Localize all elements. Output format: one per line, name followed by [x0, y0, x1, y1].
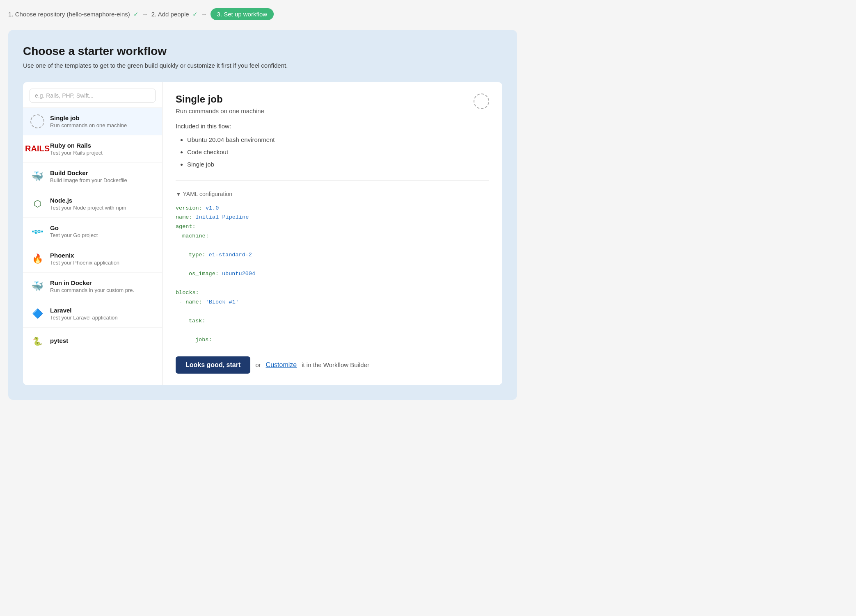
phoenix-icon: 🔥	[30, 251, 45, 267]
list-item: Code checkout	[187, 146, 489, 158]
step2-label: 2. Add people	[151, 11, 189, 18]
workflow-item-laravel[interactable]: 🔷 Laravel Test your Laravel application	[23, 300, 162, 328]
phoenix-desc: Test your Phoenix application	[50, 260, 119, 266]
workflow-item-docker[interactable]: 🐳 Build Docker Build image from your Doc…	[23, 163, 162, 190]
content-subtitle: Run commands on one machine	[176, 107, 264, 114]
arrow2: →	[201, 11, 207, 18]
run-in-docker-icon: 🐳	[30, 278, 45, 294]
phoenix-text: Phoenix Test your Phoenix application	[50, 252, 119, 266]
docker-text: Build Docker Build image from your Docke…	[50, 169, 127, 183]
single-job-desc: Run commands on one machine	[50, 122, 127, 128]
docker-icon: 🐳	[30, 169, 45, 184]
laravel-desc: Test your Laravel application	[50, 315, 118, 321]
action-or-text: or	[255, 361, 261, 368]
docker-desc: Build image from your Dockerfile	[50, 177, 127, 183]
breadcrumb: 1. Choose repository (hello-semaphore-ei…	[8, 8, 848, 20]
main-container: Choose a starter workflow Use one of the…	[8, 30, 517, 400]
list-item: Single job	[187, 158, 489, 171]
workflow-item-nodejs[interactable]: ⬡ Node.js Test your Node project with np…	[23, 190, 162, 218]
content-panel: Single job Run commands on one machine I…	[163, 82, 502, 385]
list-item: Ubuntu 20.04 bash environment	[187, 134, 489, 146]
rails-icon: RAILS	[30, 141, 45, 157]
yaml-block: version: v1.0 name: Initial Pipeline age…	[176, 204, 489, 345]
single-job-text: Single job Run commands on one machine	[50, 114, 127, 128]
go-name: Go	[50, 224, 98, 231]
step3-label: 3. Set up workflow	[211, 8, 274, 20]
included-title: Included in this flow:	[176, 123, 489, 130]
page-title: Choose a starter workflow	[23, 45, 502, 58]
pytest-name: pytest	[50, 337, 68, 344]
run-in-docker-text: Run in Docker Run commands in your custo…	[50, 279, 134, 293]
workflow-item-go[interactable]: «go» Go Test your Go project	[23, 218, 162, 245]
yaml-section-title: ▼ YAML configuration	[176, 191, 489, 197]
content-title: Single job	[176, 94, 264, 105]
workflow-item-run-in-docker[interactable]: 🐳 Run in Docker Run commands in your cus…	[23, 273, 162, 300]
single-job-name: Single job	[50, 114, 127, 121]
go-icon: «go»	[30, 224, 45, 239]
workflow-item-single-job[interactable]: Single job Run commands on one machine	[23, 108, 162, 135]
rails-name: Ruby on Rails	[50, 142, 103, 149]
workflow-list: Single job Run commands on one machine R…	[23, 108, 162, 385]
content-header: Single job Run commands on one machine	[176, 94, 264, 123]
step1-label: 1. Choose repository (hello-semaphore-ei…	[8, 11, 130, 18]
looks-good-start-button[interactable]: Looks good, start	[176, 356, 250, 374]
single-job-icon	[30, 114, 45, 129]
laravel-text: Laravel Test your Laravel application	[50, 307, 118, 321]
workflow-item-rails[interactable]: RAILS Ruby on Rails Test your Rails proj…	[23, 135, 162, 163]
pytest-icon: 🐍	[30, 333, 45, 349]
content-title-row: Single job Run commands on one machine	[176, 94, 489, 123]
rails-text: Ruby on Rails Test your Rails project	[50, 142, 103, 156]
page-subtitle: Use one of the templates to get to the g…	[23, 61, 502, 71]
nodejs-name: Node.js	[50, 197, 126, 204]
nodejs-text: Node.js Test your Node project with npm	[50, 197, 126, 211]
run-in-docker-name: Run in Docker	[50, 279, 134, 286]
inner-card: Single job Run commands on one machine R…	[23, 82, 502, 385]
action-suffix-text: it in the Workflow Builder	[302, 361, 369, 368]
workflow-item-phoenix[interactable]: 🔥 Phoenix Test your Phoenix application	[23, 245, 162, 273]
laravel-name: Laravel	[50, 307, 118, 314]
search-input[interactable]	[30, 89, 156, 103]
run-in-docker-desc: Run commands in your custom pre.	[50, 287, 134, 293]
yaml-toggle-icon[interactable]: ▼ YAML configuration	[176, 191, 232, 197]
go-text: Go Test your Go project	[50, 224, 98, 238]
divider	[176, 180, 489, 181]
icon-button-dashed[interactable]	[474, 94, 489, 109]
included-list: Ubuntu 20.04 bash environment Code check…	[176, 134, 489, 171]
nodejs-desc: Test your Node project with npm	[50, 205, 126, 211]
arrow1: →	[142, 11, 148, 18]
search-box	[23, 82, 162, 108]
laravel-icon: 🔷	[30, 306, 45, 322]
customize-link[interactable]: Customize	[266, 361, 297, 369]
phoenix-name: Phoenix	[50, 252, 119, 259]
action-row: Looks good, start or Customize it in the…	[176, 356, 489, 374]
docker-name: Build Docker	[50, 169, 127, 176]
workflow-item-pytest[interactable]: 🐍 pytest	[23, 328, 162, 355]
nodejs-icon: ⬡	[30, 196, 45, 212]
rails-desc: Test your Rails project	[50, 150, 103, 156]
step1-check: ✓	[133, 11, 139, 18]
go-desc: Test your Go project	[50, 232, 98, 238]
pytest-text: pytest	[50, 337, 68, 345]
workflow-sidebar: Single job Run commands on one machine R…	[23, 82, 163, 385]
step2-check: ✓	[192, 11, 198, 18]
